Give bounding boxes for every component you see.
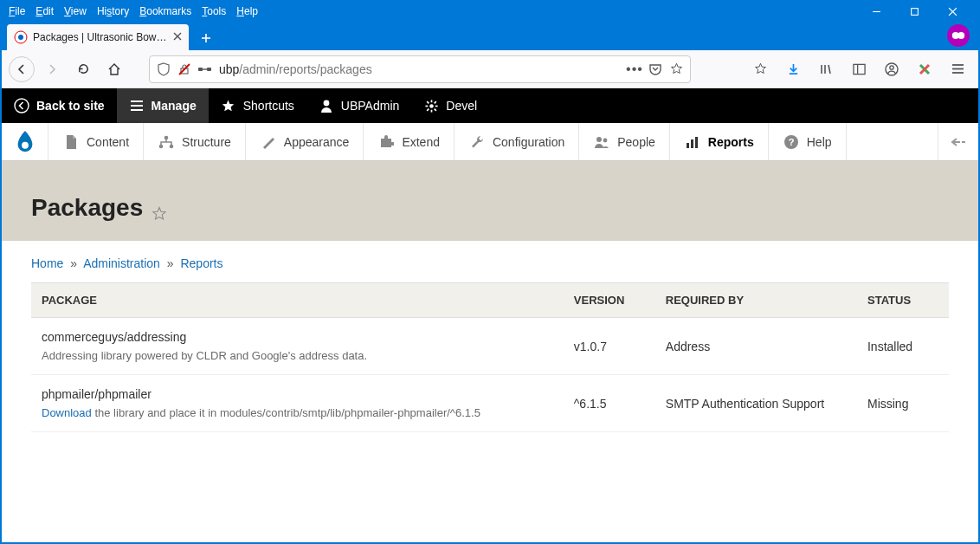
sidebar-icon[interactable]: [845, 55, 873, 83]
back-button[interactable]: [9, 56, 35, 82]
os-menu-bookmarks[interactable]: Bookmarks: [139, 5, 191, 17]
package-name: commerceguys/addressing: [42, 330, 553, 344]
browser-tab-active[interactable]: Packages | Ultrasonic Bowling P: [7, 24, 189, 50]
svg-rect-50: [687, 143, 689, 148]
gear-icon: [423, 98, 439, 113]
svg-rect-52: [695, 137, 698, 148]
puzzle-icon: [377, 133, 395, 151]
library-icon[interactable]: [812, 55, 840, 83]
menu-help[interactable]: ?Help: [769, 123, 847, 160]
user-tab[interactable]: UBPAdmin: [306, 88, 411, 123]
package-required-by: SMTP Authentication Support: [655, 375, 857, 432]
bar-chart-icon: [684, 133, 701, 151]
window-maximize-button[interactable]: [895, 2, 933, 21]
download-link[interactable]: Download: [42, 406, 92, 419]
pocket-icon[interactable]: [648, 62, 662, 76]
package-version: ^6.1.5: [564, 375, 655, 432]
os-menu-history[interactable]: History: [97, 5, 129, 17]
insecure-lock-icon[interactable]: [177, 62, 191, 76]
svg-point-44: [22, 141, 29, 148]
svg-text:?: ?: [788, 137, 794, 147]
star-icon: [221, 98, 236, 113]
package-name: phpmailer/phpmailer: [42, 387, 553, 401]
package-status: Missing: [857, 375, 949, 432]
menu-content[interactable]: Content: [48, 123, 144, 160]
window-minimize-button[interactable]: [857, 2, 895, 21]
menu-appearance[interactable]: Appearance: [246, 123, 364, 160]
url-text: ubp/admin/reports/packages: [219, 62, 621, 76]
col-required-by: REQUIRED BY: [655, 283, 857, 318]
extension-icon[interactable]: [911, 55, 938, 83]
package-description: Download the library and place it in mod…: [42, 406, 553, 419]
breadcrumb-home[interactable]: Home: [31, 256, 63, 270]
svg-rect-15: [198, 68, 203, 71]
col-package: PACKAGE: [31, 283, 564, 318]
menu-appearance-label: Appearance: [284, 135, 350, 149]
svg-point-47: [170, 144, 174, 148]
svg-rect-12: [957, 34, 959, 36]
breadcrumb-sep: »: [167, 256, 174, 270]
reload-button[interactable]: [69, 55, 97, 83]
svg-point-45: [164, 135, 169, 139]
packages-table: PACKAGE VERSION REQUIRED BY STATUS comme…: [31, 282, 949, 432]
menu-extend[interactable]: Extend: [364, 123, 455, 160]
drupal-toolbar: Back to site Manage Shortcuts UBPAdmin D…: [2, 88, 978, 123]
forward-button[interactable]: [38, 55, 66, 83]
svg-rect-51: [691, 139, 693, 148]
window-close-button[interactable]: [933, 2, 971, 21]
shortcuts-tab[interactable]: Shortcuts: [209, 88, 306, 123]
paintbrush-icon: [260, 133, 277, 151]
menu-reports[interactable]: Reports: [670, 123, 769, 160]
package-description: Addressing library powered by CLDR and G…: [42, 349, 553, 362]
orientation-toggle[interactable]: [938, 123, 978, 160]
user-label: UBPAdmin: [341, 99, 399, 113]
home-button[interactable]: [100, 55, 128, 83]
devel-label: Devel: [446, 99, 477, 113]
svg-point-46: [159, 144, 164, 148]
tab-close-button[interactable]: [173, 31, 182, 43]
breadcrumb-reports[interactable]: Reports: [180, 256, 222, 270]
package-version: v1.0.7: [564, 318, 655, 375]
svg-line-41: [434, 108, 435, 110]
manage-tab[interactable]: Manage: [117, 88, 209, 123]
svg-line-40: [427, 101, 429, 103]
permissions-icon[interactable]: [198, 62, 212, 76]
package-status: Installed: [857, 318, 949, 375]
os-menu-file[interactable]: File: [9, 5, 25, 17]
account-icon[interactable]: [878, 55, 906, 83]
add-shortcut-star-icon[interactable]: [152, 200, 167, 216]
svg-point-35: [429, 104, 434, 108]
os-menu-help[interactable]: Help: [236, 5, 258, 17]
devel-tab[interactable]: Devel: [411, 88, 489, 123]
back-to-site-button[interactable]: Back to site: [2, 88, 117, 123]
shield-icon[interactable]: [157, 62, 171, 76]
svg-point-30: [15, 99, 29, 113]
manage-label: Manage: [152, 99, 197, 113]
svg-point-5: [18, 35, 23, 40]
menu-content-label: Content: [87, 135, 129, 149]
drupal-logo-icon[interactable]: [2, 123, 48, 160]
menu-configuration[interactable]: Configuration: [455, 123, 579, 160]
breadcrumb-administration[interactable]: Administration: [83, 256, 160, 270]
url-bar[interactable]: ubp/admin/reports/packages •••: [149, 55, 691, 83]
table-row: commerceguys/addressingAddressing librar…: [31, 318, 949, 375]
os-menu-edit[interactable]: Edit: [35, 5, 54, 17]
bookmark-star-toolbar-icon[interactable]: [746, 55, 774, 83]
os-menu-view[interactable]: View: [64, 5, 87, 17]
private-browsing-icon: [947, 24, 970, 47]
page-title: Packages: [31, 194, 949, 222]
col-status: STATUS: [857, 283, 949, 318]
app-menu-button[interactable]: [944, 55, 971, 83]
bookmark-star-icon[interactable]: [669, 62, 683, 76]
menu-structure-label: Structure: [182, 135, 231, 149]
menu-people[interactable]: People: [579, 123, 670, 160]
breadcrumb-sep: »: [70, 256, 77, 270]
os-menu-tools[interactable]: Tools: [202, 5, 226, 17]
menu-reports-label: Reports: [708, 135, 754, 149]
arrow-left-circle-icon: [14, 98, 29, 113]
user-icon: [319, 98, 334, 113]
page-actions-icon[interactable]: •••: [628, 62, 642, 76]
menu-structure[interactable]: Structure: [144, 123, 246, 160]
downloads-icon[interactable]: [779, 55, 807, 83]
new-tab-button[interactable]: [194, 26, 218, 50]
